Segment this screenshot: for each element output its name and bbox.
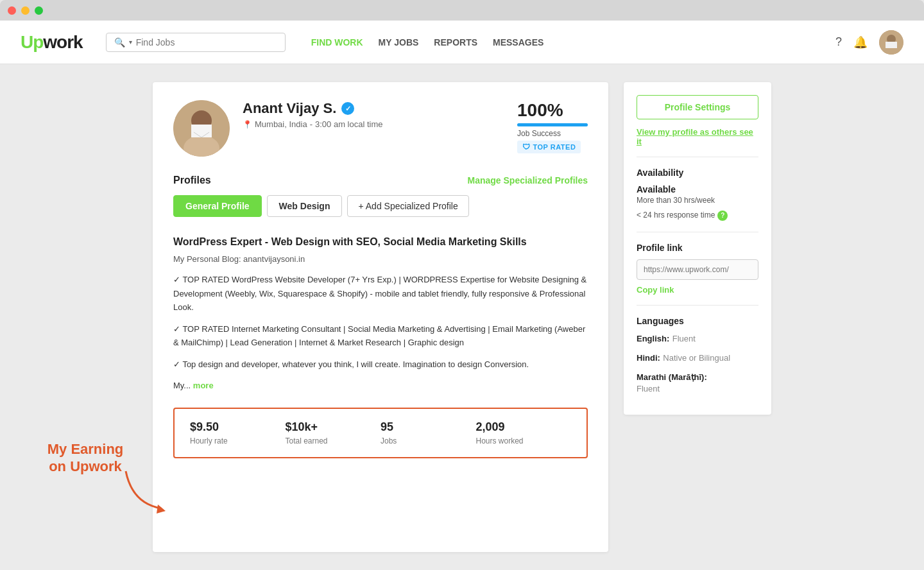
bio-more: My... more — [173, 379, 588, 392]
close-btn[interactable] — [8, 6, 16, 15]
svg-rect-8 — [191, 125, 212, 137]
job-success-bar-wrapper — [517, 123, 588, 126]
profile-header: Anant Vijay S. ✓ 📍 Mumbai, India - 3:00 … — [173, 100, 588, 157]
language-hindi: Hindi: Native or Bilingual — [637, 352, 758, 363]
stat-hourly-rate: $9.50 Hourly rate — [190, 420, 286, 445]
profiles-title: Profiles — [173, 175, 211, 186]
window-chrome — [0, 0, 924, 21]
search-dropdown-icon[interactable]: ▾ — [129, 39, 132, 46]
manage-specialized-profiles-link[interactable]: Manage Specialized Profiles — [467, 175, 588, 186]
bio-title: WordPress Expert - Web Design with SEO, … — [173, 235, 588, 249]
nav-messages[interactable]: MESSAGES — [493, 37, 543, 48]
profiles-section-header: Profiles Manage Specialized Profiles — [173, 175, 588, 186]
search-bar[interactable]: 🔍 ▾ — [106, 33, 286, 52]
minimize-btn[interactable] — [21, 6, 30, 15]
search-input[interactable] — [136, 37, 277, 48]
shield-icon: 🛡 — [522, 142, 531, 151]
location-icon: 📍 — [243, 120, 252, 129]
add-specialized-profile-button[interactable]: + Add Specialized Profile — [347, 195, 468, 217]
divider-3 — [637, 305, 758, 306]
annotation-arrow — [119, 465, 171, 519]
stat-hours-worked: 2,009 Hours worked — [476, 420, 572, 445]
top-rated-badge: 🛡 TOP RATED — [517, 141, 581, 153]
sidebar: Profile Settings View my profile as othe… — [624, 82, 771, 552]
job-success-bar — [517, 123, 588, 126]
help-icon[interactable]: ? — [835, 35, 842, 49]
profile-name: Anant Vijay S. ✓ — [243, 100, 504, 117]
copy-link[interactable]: Copy link — [637, 285, 758, 295]
more-link[interactable]: more — [193, 381, 214, 390]
profile-stats: 100% Job Success 🛡 TOP RATED — [517, 100, 588, 153]
bio-paragraph-2: ✓ TOP RATED Internet Marketing Consultan… — [173, 322, 588, 350]
profile-link-title: Profile link — [637, 243, 758, 253]
blog-link: My Personal Blog: anantvijaysoni.in — [173, 254, 588, 264]
language-marathi: Marathi (Marāṭhī): Fluent — [637, 371, 758, 394]
navbar: Upwork 🔍 ▾ FIND WORK MY JOBS REPORTS MES… — [0, 21, 924, 64]
verified-badge: ✓ — [341, 102, 354, 115]
nav-links: FIND WORK MY JOBS REPORTS MESSAGES — [311, 37, 544, 48]
notifications-icon[interactable]: 🔔 — [853, 35, 868, 49]
job-success-percentage: 100% — [517, 100, 588, 121]
svg-marker-4 — [157, 505, 166, 514]
user-avatar[interactable] — [879, 30, 903, 55]
logo[interactable]: Upwork — [21, 32, 83, 53]
availability-help-icon[interactable]: ? — [717, 211, 728, 221]
main-card: My Earningon Upwork — [153, 82, 608, 552]
profile-avatar — [173, 100, 230, 157]
profile-tabs: General Profile Web Design + Add Special… — [173, 195, 588, 217]
nav-reports[interactable]: REPORTS — [434, 37, 477, 48]
availability-title: Availability — [637, 168, 758, 178]
divider-1 — [637, 157, 758, 157]
sidebar-profile-settings-card: Profile Settings View my profile as othe… — [624, 82, 771, 415]
job-success-label: Job Success — [517, 129, 588, 138]
bio-paragraph-1: ✓ TOP RATED WordPress Website Developer … — [173, 273, 588, 314]
profile-settings-button[interactable]: Profile Settings — [637, 95, 758, 119]
profile-info: Anant Vijay S. ✓ 📍 Mumbai, India - 3:00 … — [243, 100, 504, 129]
search-icon: 🔍 — [114, 37, 125, 48]
language-english: English: Fluent — [637, 332, 758, 344]
view-profile-link[interactable]: View my profile as others see it — [637, 127, 758, 146]
divider-2 — [637, 232, 758, 232]
nav-right: ? 🔔 — [835, 30, 903, 55]
languages-title: Languages — [637, 316, 758, 326]
stat-total-earned: $10k+ Total earned — [286, 420, 381, 445]
svg-rect-3 — [886, 42, 897, 48]
stats-footer: $9.50 Hourly rate $10k+ Total earned 95 … — [173, 408, 588, 458]
profile-location: 📍 Mumbai, India - 3:00 am local time — [243, 119, 504, 129]
stat-jobs: 95 Jobs — [381, 420, 476, 445]
availability-status: Available — [637, 184, 758, 194]
page-body: My Earningon Upwork — [0, 64, 924, 570]
maximize-btn[interactable] — [35, 6, 43, 15]
general-profile-tab[interactable]: General Profile — [173, 195, 262, 217]
nav-my-jobs[interactable]: MY JOBS — [379, 37, 419, 48]
web-design-tab[interactable]: Web Design — [267, 195, 343, 217]
nav-find-work[interactable]: FIND WORK — [311, 37, 363, 48]
bio-paragraph-3: ✓ Top design and developer, whatever you… — [173, 358, 588, 371]
availability-detail: More than 30 hrs/week < 24 hrs response … — [637, 194, 758, 221]
profile-link-input[interactable] — [637, 259, 758, 280]
